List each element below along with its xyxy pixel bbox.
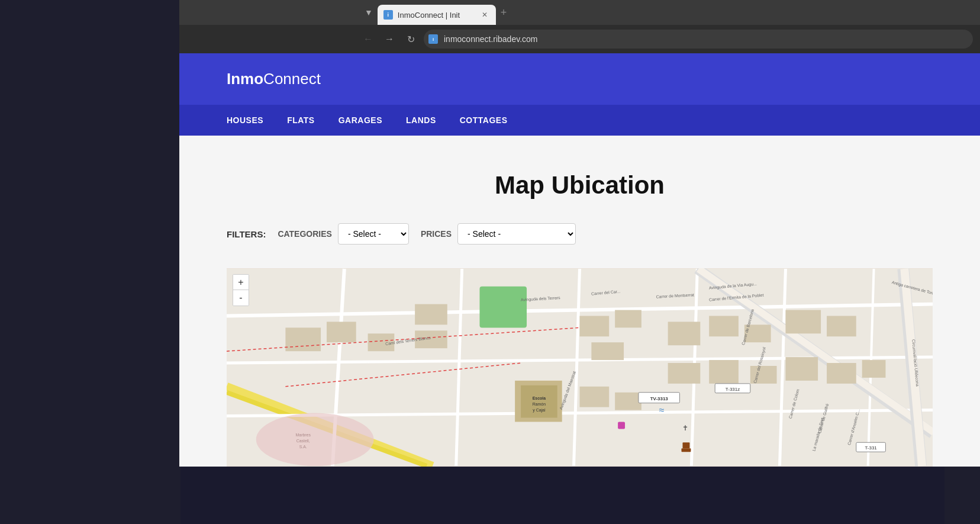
svg-rect-29 — [615, 310, 641, 328]
prices-filter-group: PRICES - Select - 0-100k 100k-200k 200k-… — [421, 223, 576, 245]
back-button[interactable]: ← — [360, 31, 376, 47]
svg-text:≈: ≈ — [659, 405, 665, 415]
logo-normal-part: Connect — [263, 70, 321, 88]
site-logo[interactable]: InmoConnect — [227, 70, 933, 88]
tab-close-button[interactable]: ✕ — [479, 9, 490, 20]
svg-text:Marbres: Marbres — [296, 433, 311, 437]
prices-select[interactable]: - Select - 0-100k 100k-200k 200k-300k 30… — [457, 223, 576, 245]
map-zoom-controls: + - — [233, 274, 249, 306]
svg-rect-26 — [415, 304, 447, 325]
map-container[interactable]: Escola Ramón y Cajal — [227, 268, 933, 467]
categories-select[interactable]: - Select - Houses Flats Garages Lands Co… — [338, 223, 409, 245]
url-favicon: i — [428, 34, 438, 44]
filters-label: FILTERS: — [227, 229, 266, 239]
svg-rect-42 — [580, 387, 610, 407]
page-title: Map Ubication — [227, 171, 933, 200]
logo-bold-part: Inmo — [227, 70, 263, 88]
svg-text:Ramón: Ramón — [533, 402, 546, 406]
svg-text:T-331: T-331 — [865, 445, 877, 451]
svg-rect-66 — [681, 448, 691, 452]
url-display[interactable]: inmoconnect.ribadev.com — [444, 34, 537, 44]
svg-rect-35 — [827, 316, 856, 337]
map-zoom-out-button[interactable]: - — [233, 290, 249, 306]
nav-item-flats[interactable]: FLATS — [287, 115, 315, 125]
svg-rect-37 — [709, 360, 739, 384]
svg-rect-65 — [682, 442, 689, 448]
svg-rect-34 — [785, 310, 821, 334]
svg-rect-39 — [785, 357, 818, 381]
map-zoom-in-button[interactable]: + — [233, 275, 249, 290]
svg-rect-40 — [827, 363, 856, 384]
svg-rect-30 — [591, 342, 624, 360]
categories-label: CATEGORIES — [278, 229, 332, 239]
svg-rect-28 — [580, 316, 610, 337]
svg-rect-19 — [327, 322, 356, 342]
site-header: InmoConnect — [179, 53, 980, 105]
svg-rect-32 — [709, 316, 739, 337]
svg-rect-41 — [862, 360, 886, 378]
filters-row: FILTERS: CATEGORIES - Select - Houses Fl… — [227, 223, 933, 245]
main-content: Map Ubication FILTERS: CATEGORIES - Sele… — [179, 136, 980, 467]
new-tab-button[interactable]: + — [496, 4, 512, 21]
tab-title: InmoConnect | Init — [398, 11, 475, 20]
prices-label: PRICES — [421, 229, 452, 239]
svg-text:Escola: Escola — [533, 396, 546, 400]
svg-text:T-331z: T-331z — [726, 387, 740, 392]
forward-button[interactable]: → — [381, 31, 398, 47]
site-navigation: HOUSES FLATS GARAGES LANDS COTTAGES — [179, 105, 980, 136]
svg-rect-31 — [668, 322, 701, 345]
svg-text:y Cajal: y Cajal — [533, 408, 546, 413]
svg-point-44 — [256, 413, 374, 466]
nav-item-lands[interactable]: LANDS — [406, 115, 436, 125]
svg-text:✝: ✝ — [682, 424, 688, 432]
svg-rect-63 — [618, 422, 625, 429]
svg-text:Castell,: Castell, — [296, 439, 310, 443]
nav-item-cottages[interactable]: COTTAGES — [460, 115, 508, 125]
svg-rect-43 — [615, 393, 641, 410]
nav-item-garages[interactable]: GARAGES — [339, 115, 382, 125]
active-tab[interactable]: i InmoConnect | Init ✕ — [378, 5, 496, 25]
tab-favicon: i — [383, 10, 393, 20]
tab-list-button[interactable]: ▼ — [360, 5, 378, 20]
nav-item-houses[interactable]: HOUSES — [227, 115, 263, 125]
svg-rect-18 — [285, 327, 321, 351]
map-svg: Escola Ramón y Cajal — [227, 268, 933, 467]
svg-rect-36 — [668, 363, 701, 384]
svg-rect-17 — [479, 287, 527, 328]
reload-button[interactable]: ↻ — [402, 31, 419, 47]
svg-text:S.A.: S.A. — [299, 445, 307, 449]
categories-filter-group: CATEGORIES - Select - Houses Flats Garag… — [278, 223, 409, 245]
svg-text:TV-3313: TV-3313 — [650, 396, 669, 401]
